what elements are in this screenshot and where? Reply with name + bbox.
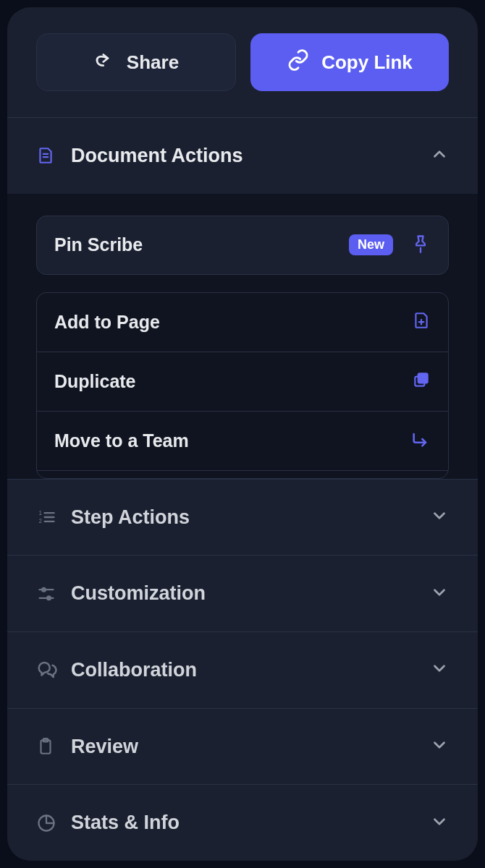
section-collaboration[interactable]: Collaboration <box>7 631 478 708</box>
new-badge: New <box>349 234 393 255</box>
share-button-label: Share <box>127 51 179 74</box>
section-label: Document Actions <box>71 145 430 167</box>
chevron-down-icon <box>430 506 449 528</box>
clipboard-icon <box>36 737 59 756</box>
section-label: Collaboration <box>71 659 430 681</box>
chevron-down-icon <box>430 659 449 681</box>
share-button[interactable]: Share <box>36 33 236 91</box>
action-label: Add to Page <box>54 312 412 333</box>
action-move-to-team[interactable]: Move to a Team <box>37 412 448 471</box>
share-arrow-icon <box>93 49 115 76</box>
link-icon <box>287 48 310 77</box>
chat-icon <box>36 659 59 681</box>
action-group: Add to Page Duplicate Move to a Team <box>36 292 449 479</box>
document-icon <box>36 146 59 165</box>
chevron-down-icon <box>430 812 449 834</box>
action-label: Move to a Team <box>54 430 410 451</box>
section-stats-info[interactable]: Stats & Info <box>7 784 478 861</box>
action-duplicate[interactable]: Duplicate <box>37 352 448 412</box>
chevron-down-icon <box>430 583 449 605</box>
copy-link-button-label: Copy Link <box>321 51 413 74</box>
actions-panel: Share Copy Link Document Actions Pin Scr… <box>7 7 478 861</box>
file-plus-icon <box>412 311 431 333</box>
duplicate-icon <box>412 370 431 392</box>
top-button-row: Share Copy Link <box>7 7 478 117</box>
section-document-actions[interactable]: Document Actions <box>7 117 478 194</box>
document-actions-body: Pin Scribe New Add to Page Duplicate Mov… <box>7 194 478 479</box>
section-step-actions[interactable]: 12 Step Actions <box>7 479 478 556</box>
copy-link-button[interactable]: Copy Link <box>250 33 449 91</box>
svg-rect-4 <box>418 374 428 383</box>
chevron-down-icon <box>430 736 449 757</box>
action-label: Pin Scribe <box>54 234 349 255</box>
action-item-cutoff <box>37 471 448 478</box>
section-label: Review <box>71 736 430 758</box>
chevron-up-icon <box>430 145 449 166</box>
section-label: Customization <box>71 582 430 605</box>
pie-chart-icon <box>36 813 59 833</box>
section-customization[interactable]: Customization <box>7 555 478 631</box>
section-label: Step Actions <box>71 506 430 529</box>
move-arrow-icon <box>410 429 431 452</box>
section-review[interactable]: Review <box>7 708 478 785</box>
section-label: Stats & Info <box>71 812 430 834</box>
sliders-icon <box>36 584 59 604</box>
numbered-list-icon: 12 <box>36 507 59 527</box>
action-pin-scribe[interactable]: Pin Scribe New <box>36 216 449 275</box>
svg-text:2: 2 <box>39 518 43 524</box>
action-add-to-page[interactable]: Add to Page <box>37 293 448 352</box>
action-label: Duplicate <box>54 371 412 392</box>
svg-text:1: 1 <box>39 510 43 516</box>
pin-icon <box>410 234 431 257</box>
